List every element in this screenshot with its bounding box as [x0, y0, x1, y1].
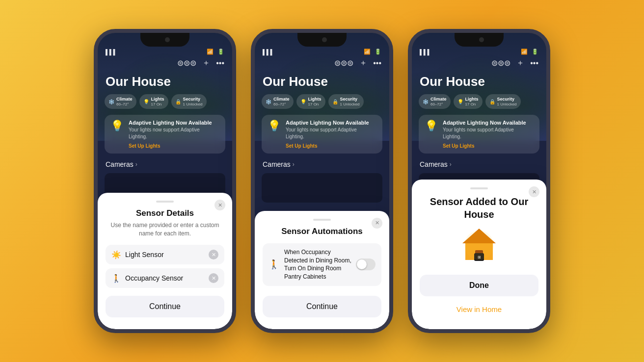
- house-icon-3: ⊞: [459, 226, 499, 265]
- sensor-item-occupancy-1[interactable]: 🚶 Occupancy Sensor ✕: [106, 268, 224, 288]
- cameras-chevron-3: ›: [450, 161, 452, 168]
- waveform-icon-2[interactable]: ⊜⊜⊜: [334, 58, 353, 68]
- status-right-icons-1: 📶 🔋: [207, 49, 224, 55]
- chip-climate-text-1: Climate 60–72°: [116, 97, 133, 106]
- modal-subtitle-1: Use the name provided or enter a custom …: [106, 221, 224, 238]
- done-button-3[interactable]: Done: [420, 275, 538, 296]
- modal-handle-1: [156, 201, 174, 203]
- status-right-icons-3: 📶 🔋: [521, 49, 538, 55]
- add-icon-3[interactable]: ＋: [516, 58, 524, 68]
- continue-button-1[interactable]: Continue: [106, 296, 224, 317]
- view-home-button-3[interactable]: View in Home: [420, 301, 538, 317]
- light-sensor-icon-1: ☀️: [111, 250, 121, 259]
- cameras-chevron-1: ›: [135, 161, 137, 168]
- setup-lights-btn-3[interactable]: Set Up Lights: [443, 143, 534, 149]
- chip-climate-2[interactable]: ❄️ Climate 60–72°: [262, 94, 294, 109]
- wifi-icon-3: 📶: [521, 49, 528, 55]
- chip-lights-label-1: Lights: [151, 97, 164, 102]
- occupancy-icon-2: 🚶: [268, 259, 279, 270]
- waveform-icon-1[interactable]: ⊜⊜⊜: [177, 58, 196, 68]
- chip-climate-text-2: Climate 60–72°: [273, 97, 290, 106]
- status-icons-1: ▌▌▌: [106, 49, 117, 55]
- sensor-left-occupancy-1: 🚶 Occupancy Sensor: [111, 274, 183, 283]
- signal-icon-3: ▌▌▌: [420, 49, 431, 55]
- setup-lights-btn-1[interactable]: Set Up Lights: [129, 143, 219, 149]
- more-icon-1[interactable]: •••: [216, 59, 224, 68]
- automation-left-2: 🚶 When Occupancy Detected in Dining Room…: [268, 248, 356, 281]
- status-icons-2: ▌▌▌: [263, 49, 274, 55]
- modal-handle-3: [470, 187, 488, 189]
- chip-lights-3[interactable]: 💡 Lights 17 On: [454, 94, 483, 109]
- chip-lights-1[interactable]: 💡 Lights 17 On: [139, 94, 168, 109]
- adaptive-desc-1: Your lights now support Adaptive Lightin…: [129, 127, 219, 140]
- sensor-clear-light-1[interactable]: ✕: [209, 250, 218, 259]
- setup-lights-btn-2[interactable]: Set Up Lights: [286, 143, 376, 149]
- chip-security-2[interactable]: 🔒 Security 1 Unlocked: [328, 94, 364, 109]
- phone-2: ▌▌▌ 📶 🔋 ⊜⊜⊜ ＋ ••• Our House ❄️ Climate: [251, 29, 393, 333]
- chip-climate-sub-3: 60–72°: [430, 102, 447, 107]
- add-icon-1[interactable]: ＋: [202, 58, 210, 68]
- home-title-3: Our House: [412, 72, 546, 94]
- chip-security-sub-2: 1 Unlocked: [340, 102, 360, 107]
- cameras-row-1[interactable]: Cameras ›: [98, 158, 232, 173]
- battery-icon-3: 🔋: [532, 49, 538, 55]
- chip-lights-sub-2: 17 On: [308, 102, 322, 107]
- adaptive-desc-2: Your lights now support Adaptive Lightin…: [286, 127, 376, 140]
- toggle-knob-2: [357, 259, 367, 269]
- sensor-added-modal-3: ✕ Sensor Added to Our House: [412, 180, 546, 329]
- battery-icon-2: 🔋: [375, 49, 381, 55]
- chip-climate-text-3: Climate 60–72°: [430, 97, 447, 106]
- chip-security-sub-3: 1 Unlocked: [497, 102, 517, 107]
- signal-icon-2: ▌▌▌: [263, 49, 274, 55]
- adaptive-banner-1: 💡 Adaptive Lighting Now Available Your l…: [105, 115, 225, 154]
- lock-icon-2: 🔒: [332, 99, 338, 104]
- modal-close-3[interactable]: ✕: [529, 186, 539, 197]
- more-icon-3[interactable]: •••: [530, 59, 538, 68]
- chip-security-1[interactable]: 🔒 Security 1 Unlocked: [171, 94, 207, 109]
- occupancy-sensor-label-1: Occupancy Sensor: [125, 274, 183, 282]
- adaptive-title-3: Adaptive Lighting Now Available: [443, 120, 534, 126]
- adaptive-banner-3: 💡 Adaptive Lighting Now Available Your l…: [419, 115, 539, 154]
- cameras-row-3[interactable]: Cameras ›: [412, 158, 546, 173]
- chip-climate-sub-1: 60–72°: [116, 102, 133, 107]
- sensor-left-light-1: ☀️ Light Sensor: [111, 250, 164, 259]
- chip-lights-2[interactable]: 💡 Lights 17 On: [296, 94, 325, 109]
- status-right-icons-2: 📶 🔋: [364, 49, 381, 55]
- chip-climate-1[interactable]: ❄️ Climate 60–72°: [105, 94, 136, 109]
- add-icon-2[interactable]: ＋: [359, 58, 367, 68]
- chip-lights-label-3: Lights: [465, 97, 479, 102]
- chip-lights-text-3: Lights 17 On: [465, 97, 479, 106]
- chip-lights-text-1: Lights 17 On: [151, 97, 164, 106]
- chips-row-2: ❄️ Climate 60–72° 💡 Lights 17 On 🔒: [255, 94, 389, 115]
- chip-security-text-3: Security 1 Unlocked: [497, 97, 517, 106]
- chip-security-label-3: Security: [497, 97, 517, 102]
- modal-title-3: Sensor Added to Our House: [420, 195, 538, 221]
- chip-climate-sub-2: 60–72°: [273, 102, 290, 107]
- chip-lights-label-2: Lights: [308, 97, 322, 102]
- chip-climate-3[interactable]: ❄️ Climate 60–72°: [419, 94, 451, 109]
- continue-button-2[interactable]: Continue: [263, 296, 381, 317]
- camera-notch-1: [165, 37, 170, 42]
- adaptive-content-2: Adaptive Lighting Now Available Your lig…: [286, 120, 376, 149]
- waveform-icon-3[interactable]: ⊜⊜⊜: [491, 58, 510, 68]
- notch-2: [297, 33, 347, 47]
- chip-climate-label-2: Climate: [273, 97, 290, 102]
- chip-lights-text-2: Lights 17 On: [308, 97, 322, 106]
- snowflake-icon-2: ❄️: [266, 99, 271, 104]
- modal-close-2[interactable]: ✕: [372, 218, 382, 229]
- automation-toggle-2[interactable]: [356, 259, 376, 270]
- modal-sheet-3: ✕ Sensor Added to Our House: [412, 180, 546, 329]
- home-title-1: Our House: [98, 72, 232, 94]
- top-bar-1: ⊜⊜⊜ ＋ •••: [98, 58, 232, 72]
- modal-title-1: Sensor Details: [106, 208, 224, 218]
- chips-row-1: ❄️ Climate 60–72° 💡 Lights 17 On 🔒: [98, 94, 232, 115]
- cameras-label-3: Cameras: [420, 160, 448, 168]
- chip-security-text-1: Security 1 Unlocked: [183, 97, 203, 106]
- sensor-item-light-1[interactable]: ☀️ Light Sensor ✕: [106, 245, 224, 264]
- chip-security-3[interactable]: 🔒 Security 1 Unlocked: [485, 94, 521, 109]
- modal-sheet-1: ✕ Sensor Details Use the name provided o…: [98, 193, 232, 329]
- adaptive-content-1: Adaptive Lighting Now Available Your lig…: [129, 120, 219, 149]
- more-icon-2[interactable]: •••: [373, 59, 381, 68]
- cameras-row-2[interactable]: Cameras ›: [255, 158, 389, 173]
- sensor-clear-occupancy-1[interactable]: ✕: [209, 273, 218, 283]
